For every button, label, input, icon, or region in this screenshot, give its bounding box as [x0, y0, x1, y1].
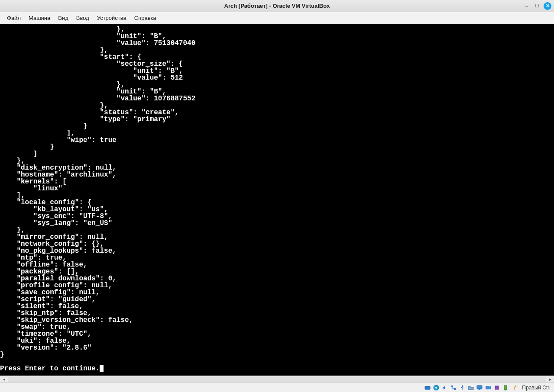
maximize-button[interactable]: ☐ [533, 2, 541, 10]
optical-icon[interactable] [433, 384, 440, 391]
menu-bar: Файл Машина Вид Ввод Устройства Справка [0, 12, 554, 24]
host-key-label: Правый Ctrl [522, 385, 551, 391]
scrollbar-track[interactable] [8, 377, 546, 382]
svg-point-11 [515, 385, 517, 386]
svg-rect-6 [477, 386, 482, 389]
svg-point-2 [435, 387, 437, 389]
menu-view[interactable]: Вид [55, 13, 72, 23]
menu-devices[interactable]: Устройства [94, 13, 130, 23]
scroll-right-arrow-icon[interactable]: ▸ [547, 376, 553, 382]
cpu-icon[interactable] [493, 384, 500, 391]
svg-marker-9 [489, 386, 491, 389]
menu-help[interactable]: Справка [131, 13, 160, 23]
svg-rect-7 [479, 389, 480, 390]
usb-icon[interactable] [459, 384, 466, 391]
menu-input[interactable]: Ввод [73, 13, 93, 23]
svg-marker-3 [443, 386, 445, 390]
shared-folder-icon[interactable] [467, 384, 474, 391]
svg-rect-10 [495, 386, 499, 389]
recording-icon[interactable] [485, 384, 492, 391]
menu-file[interactable]: Файл [3, 13, 24, 23]
svg-rect-8 [486, 386, 489, 389]
status-bar: Правый Ctrl [0, 382, 554, 392]
network-icon[interactable] [450, 384, 457, 391]
keyboard-icon[interactable] [511, 384, 518, 391]
menu-machine[interactable]: Машина [25, 13, 54, 23]
harddisk-icon[interactable] [424, 384, 431, 391]
display-icon[interactable] [476, 384, 483, 391]
svg-rect-4 [451, 386, 453, 387]
audio-icon[interactable] [441, 384, 448, 391]
terminal-cursor [100, 365, 104, 372]
title-bar: Arch [Работает] - Oracle VM VirtualBox –… [0, 0, 554, 12]
window-controls: – ☐ ✕ [523, 2, 551, 10]
scroll-left-arrow-icon[interactable]: ◂ [1, 376, 7, 382]
minimize-button[interactable]: – [523, 2, 531, 10]
horizontal-scrollbar[interactable]: ◂ ▸ [0, 376, 554, 382]
terminal-output: }, "unit": "B", "value": 7513047040 }, "… [0, 24, 554, 372]
guest-display[interactable]: }, "unit": "B", "value": 7513047040 }, "… [0, 24, 554, 376]
window-title: Arch [Работает] - Oracle VM VirtualBox [224, 3, 330, 9]
close-button[interactable]: ✕ [544, 2, 551, 10]
svg-rect-0 [425, 386, 430, 389]
mouse-integration-icon[interactable] [502, 384, 509, 391]
